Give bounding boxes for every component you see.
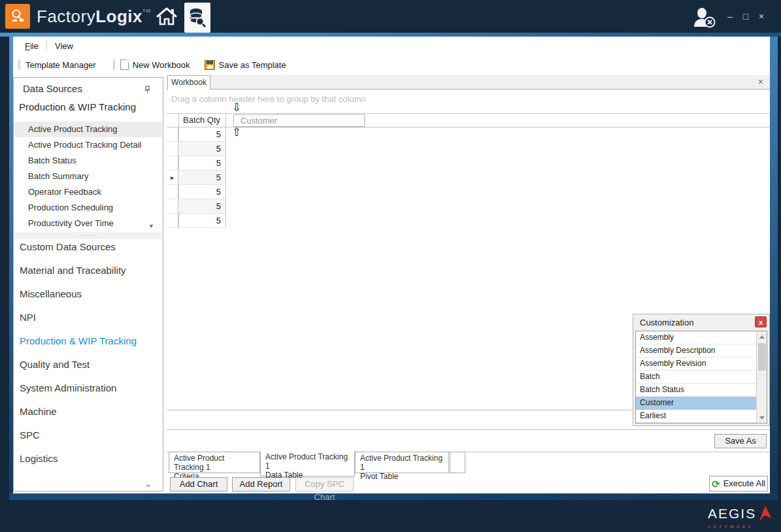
template-manager-button[interactable]: Template Manager — [25, 60, 101, 70]
grid-rows: 5 5 5 ▸5 5 5 5 — [167, 127, 225, 228]
save-icon — [205, 60, 215, 70]
field-batch[interactable]: Batch — [636, 371, 767, 384]
tab-line1: Active Product Tracking 1 — [360, 454, 444, 472]
toolbar: Template Manager New Workbook Save as Te… — [13, 55, 770, 75]
aegis-logo: AEGIS SOFTWARE — [708, 503, 773, 529]
menu-separator — [46, 41, 47, 51]
tab-workbook[interactable]: Workbook — [167, 75, 210, 90]
row-indicator — [167, 156, 178, 170]
dragged-column-customer[interactable]: Customer — [233, 114, 365, 127]
save-as-template-label: Save as Template — [219, 60, 286, 70]
sidebar-item-productivity-over-time[interactable]: Productivity Over Time ▼ — [14, 216, 162, 231]
menu-file[interactable]: File — [20, 39, 44, 53]
field-batch-status[interactable]: Batch Status — [636, 384, 767, 397]
row-indicator — [167, 127, 178, 141]
batch-qty-cell: 5 — [178, 185, 225, 199]
window-frame-bottom — [9, 493, 778, 500]
field-earliest[interactable]: Earliest — [636, 410, 767, 423]
field-assembly-revision[interactable]: Assembly Revision — [636, 357, 767, 371]
table-row[interactable]: 5 — [167, 156, 225, 171]
row-indicator — [167, 185, 178, 199]
execute-all-label: Execute All — [723, 476, 765, 491]
data-sources-title: Data Sources — [23, 83, 82, 94]
sidebar-item-production-scheduling[interactable]: Production Scheduling — [14, 200, 162, 216]
category-production-wip-tracking[interactable]: Production & WIP Tracking — [14, 329, 162, 352]
category-spc[interactable]: SPC — [14, 423, 162, 446]
save-as-button[interactable]: Save As — [714, 434, 767, 448]
table-row[interactable]: 5 — [167, 142, 225, 156]
scroll-up-icon[interactable] — [757, 331, 767, 342]
batch-qty-cell: 5 — [178, 142, 225, 156]
category-custom-data-sources[interactable]: Custom Data Sources — [14, 235, 162, 258]
add-chart-button[interactable]: Add Chart — [170, 477, 227, 491]
aegis-software-text: SOFTWARE — [708, 525, 773, 529]
menu-view[interactable]: View — [50, 39, 78, 53]
window-minimize-button[interactable]: – — [722, 0, 739, 33]
aegis-arrow-icon — [757, 503, 773, 524]
tab-new-placeholder[interactable] — [450, 452, 465, 473]
category-material-and-traceability[interactable]: Material and Traceability — [14, 258, 162, 282]
customization-close-button[interactable]: x — [755, 316, 767, 327]
home-icon[interactable] — [156, 7, 178, 29]
tab-data-table[interactable]: Active Product Tracking 1 Data Table — [260, 451, 355, 476]
toolbar-grip-icon — [113, 59, 115, 70]
table-row[interactable]: 5 — [167, 127, 225, 142]
customization-title: Customization — [640, 318, 693, 327]
data-explorer-tab[interactable] — [184, 3, 210, 33]
category-npi[interactable]: NPI — [14, 305, 162, 329]
new-document-icon — [120, 59, 129, 70]
field-customer[interactable]: Customer — [636, 397, 767, 410]
factorylogix-logo-icon — [5, 4, 30, 29]
workbook-tabstrip: Workbook × — [167, 75, 770, 90]
sidebar-item-operator-feedback[interactable]: Operator Feedback — [14, 184, 162, 200]
sidebar-item-batch-summary[interactable]: Batch Summary — [14, 169, 162, 184]
category-system-administration[interactable]: System Administration — [14, 376, 162, 399]
column-header-batch-qty[interactable]: Batch Qty — [179, 114, 225, 127]
field-assembly-description[interactable]: Assembly Description — [636, 344, 767, 357]
sidebar-item-active-product-tracking[interactable]: Active Product Tracking — [14, 122, 162, 137]
table-row[interactable]: 5 — [167, 199, 225, 214]
data-sources-panel: Data Sources Production & WIP Tracking A… — [13, 77, 163, 491]
save-as-template-button[interactable]: Save as Template — [205, 60, 291, 70]
category-logistics[interactable]: Logistics — [14, 446, 162, 470]
window-frame-right — [770, 37, 778, 493]
category-quality-and-test[interactable]: Quality and Test — [14, 352, 162, 376]
drop-indicator-up-icon: ⇧ — [232, 127, 241, 138]
scroll-down-icon[interactable] — [757, 412, 767, 423]
tab-line1: Active Product Tracking 1 — [265, 452, 350, 471]
window-maximize-button[interactable]: □ — [737, 0, 754, 33]
batch-qty-cell: 5 — [178, 127, 225, 141]
table-row[interactable]: ▸5 — [167, 171, 225, 185]
grid-header-top-border — [167, 113, 770, 114]
sidebar-scroll-chevron-icon[interactable]: ⌄ — [144, 480, 152, 487]
sidebar-category-list: Custom Data Sources Material and Traceab… — [14, 235, 162, 470]
sidebar-table-list: Active Product Tracking Active Product T… — [14, 122, 162, 231]
tab-criteria[interactable]: Active Product Tracking 1 Criteria — [169, 452, 260, 473]
scrollbar-thumb[interactable] — [758, 343, 766, 371]
user-logout-icon[interactable] — [691, 7, 718, 31]
execute-all-button[interactable]: ⟳ Execute All — [709, 476, 768, 491]
category-machine[interactable]: Machine — [14, 399, 162, 423]
batch-qty-cell: 5 — [178, 214, 225, 227]
workbook-close-icon[interactable]: × — [758, 76, 763, 87]
category-miscellaneous[interactable]: Miscellaneous — [14, 282, 162, 305]
new-workbook-button[interactable]: New Workbook — [120, 59, 195, 70]
new-workbook-label: New Workbook — [133, 60, 190, 70]
sidebar-item-batch-status[interactable]: Batch Status — [14, 153, 162, 169]
tab-line1: Active Product Tracking 1 — [174, 454, 255, 472]
sidebar-item-active-product-tracking-detail[interactable]: Active Product Tracking Detail — [14, 137, 162, 153]
pin-icon[interactable] — [144, 84, 151, 96]
window-close-button[interactable]: × — [753, 0, 770, 33]
customization-scrollbar[interactable] — [756, 331, 767, 423]
batch-qty-cell: 5 — [178, 171, 225, 184]
sidebar-section-title: Production & WIP Tracking — [19, 101, 136, 112]
table-row[interactable]: 5 — [167, 214, 225, 228]
customization-field-list: Assembly Assembly Description Assembly R… — [635, 331, 767, 424]
brand-factory: Factory — [37, 7, 95, 27]
toolbar-grip-icon — [18, 59, 20, 70]
tab-pivot-table[interactable]: Active Product Tracking 1 Pivot Table — [355, 452, 449, 473]
field-assembly[interactable]: Assembly — [636, 331, 767, 344]
current-row-indicator-icon: ▸ — [167, 171, 178, 184]
table-row[interactable]: 5 — [167, 185, 225, 199]
main-window: File View Template Manager New Workbook … — [13, 37, 770, 493]
